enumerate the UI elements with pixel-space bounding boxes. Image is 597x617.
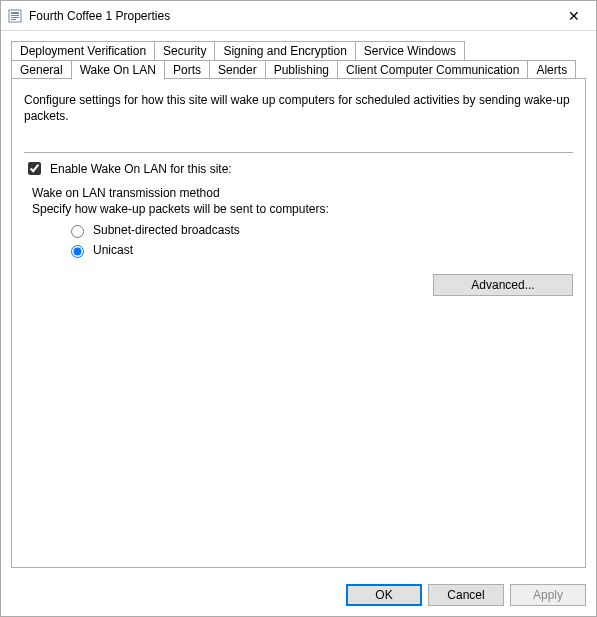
tab-publishing[interactable]: Publishing <box>265 60 338 80</box>
transmission-method-hint: Specify how wake-up packets will be sent… <box>32 202 573 216</box>
properties-window: Fourth Coffee 1 Properties ✕ Deployment … <box>0 0 597 617</box>
radio-unicast[interactable] <box>71 245 84 258</box>
enable-wake-on-lan-checkbox[interactable] <box>28 162 41 175</box>
close-button[interactable]: ✕ <box>554 2 594 30</box>
svg-rect-3 <box>11 17 19 18</box>
app-icon <box>7 8 23 24</box>
titlebar: Fourth Coffee 1 Properties ✕ <box>1 1 596 31</box>
transmission-method-group: Wake on LAN transmission method Specify … <box>32 186 573 258</box>
radio-subnet[interactable] <box>71 225 84 238</box>
window-title: Fourth Coffee 1 Properties <box>29 9 554 23</box>
tab-sender[interactable]: Sender <box>209 60 266 80</box>
ok-button[interactable]: OK <box>346 584 422 606</box>
tab-signing-encryption[interactable]: Signing and Encryption <box>214 41 355 61</box>
tab-client-computer-communication[interactable]: Client Computer Communication <box>337 60 528 80</box>
radio-unicast-row[interactable]: Unicast <box>66 242 573 258</box>
radio-subnet-label: Subnet-directed broadcasts <box>93 223 240 237</box>
tab-ports[interactable]: Ports <box>164 60 210 80</box>
advanced-row: Advanced... <box>24 274 573 296</box>
tabpanel-wake-on-lan: Configure settings for how this site wil… <box>11 78 586 568</box>
enable-wake-on-lan-row[interactable]: Enable Wake On LAN for this site: <box>24 159 573 178</box>
close-icon: ✕ <box>568 8 580 24</box>
apply-button[interactable]: Apply <box>510 584 586 606</box>
radio-subnet-row[interactable]: Subnet-directed broadcasts <box>66 222 573 238</box>
tab-service-windows[interactable]: Service Windows <box>355 41 465 61</box>
svg-rect-2 <box>11 15 19 16</box>
tab-security[interactable]: Security <box>154 41 215 61</box>
separator <box>24 152 573 153</box>
tab-alerts[interactable]: Alerts <box>527 60 576 80</box>
tab-wake-on-lan[interactable]: Wake On LAN <box>71 60 165 80</box>
tabstrip: Deployment Verification Security Signing… <box>11 41 586 79</box>
svg-rect-4 <box>11 19 16 20</box>
advanced-button[interactable]: Advanced... <box>433 274 573 296</box>
transmission-method-title: Wake on LAN transmission method <box>32 186 573 200</box>
radio-unicast-label: Unicast <box>93 243 133 257</box>
svg-rect-1 <box>11 12 19 14</box>
dialog-body: Deployment Verification Security Signing… <box>1 31 596 576</box>
cancel-button[interactable]: Cancel <box>428 584 504 606</box>
tab-general[interactable]: General <box>11 60 72 80</box>
tab-deployment-verification[interactable]: Deployment Verification <box>11 41 155 61</box>
enable-wake-on-lan-label: Enable Wake On LAN for this site: <box>50 162 232 176</box>
dialog-footer: OK Cancel Apply <box>1 576 596 616</box>
panel-description: Configure settings for how this site wil… <box>24 93 573 124</box>
